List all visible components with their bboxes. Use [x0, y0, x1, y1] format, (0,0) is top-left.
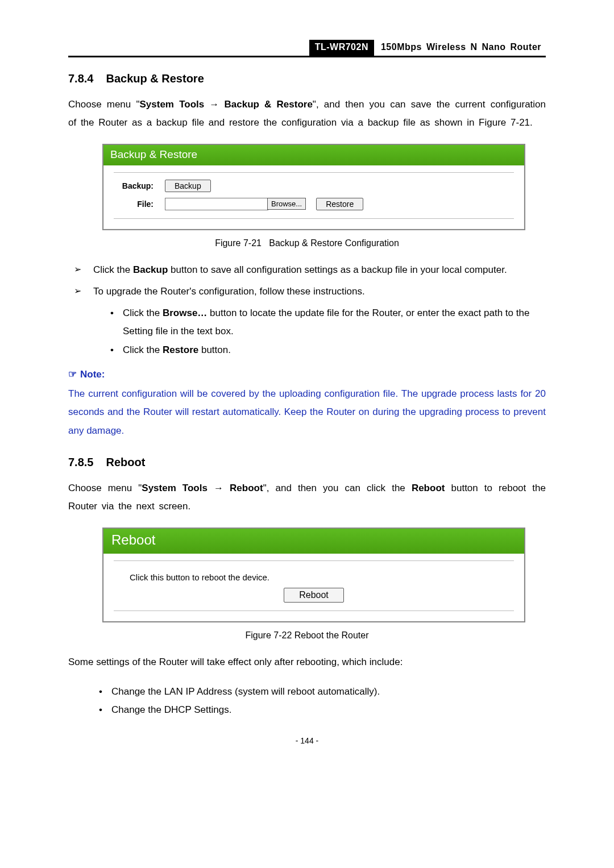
model-badge: TL-WR702N	[309, 40, 374, 56]
page-container: TL-WR702N 150Mbps Wireless N Nano Router…	[0, 0, 614, 774]
product-name: 150Mbps Wireless N Nano Router	[374, 40, 546, 56]
list-item: Change the LAN IP Address (system will r…	[99, 683, 546, 701]
panel-title-reboot: Reboot	[103, 529, 524, 554]
page-header: TL-WR702N 150Mbps Wireless N Nano Router	[68, 40, 546, 57]
section-number: 7.8.4	[68, 72, 93, 85]
figure-7-22-caption: Figure 7-22 Reboot the Router	[68, 630, 546, 641]
reboot-hint: Click this button to reboot the device.	[130, 572, 514, 582]
file-path-input[interactable]	[165, 198, 268, 210]
backup-button[interactable]: Backup	[165, 180, 211, 192]
restore-button[interactable]: Restore	[316, 198, 363, 210]
section-number: 7.8.5	[68, 456, 93, 468]
backup-row: Backup: Backup	[114, 180, 514, 192]
intro-paragraph-reboot: Choose menu "System Tools → Reboot", and…	[68, 479, 546, 516]
list-item: Click the Restore button.	[110, 341, 546, 359]
figure-7-21-caption: Figure 7-21 Backup & Restore Configurati…	[68, 238, 546, 248]
section-title-reboot: 7.8.5Reboot	[68, 456, 546, 469]
sub-instruction-list: Click the Browse… button to locate the u…	[93, 304, 546, 359]
after-reboot-intro: Some settings of the Router will take ef…	[68, 653, 546, 671]
note-heading: ☞Note:	[68, 368, 546, 380]
list-item: Click the Browse… button to locate the u…	[110, 304, 546, 341]
section-heading-text: Reboot	[106, 456, 145, 468]
section-title-backup-restore: 7.8.4Backup & Restore	[68, 72, 546, 85]
figure-7-21-screenshot: Backup & Restore Backup: Backup File: Br…	[102, 144, 525, 230]
file-row: File: Browse... Restore	[114, 198, 514, 210]
intro-paragraph-backup: Choose menu "System Tools → Backup & Res…	[68, 95, 546, 132]
instruction-list: Click the Backup button to save all conf…	[68, 261, 546, 359]
list-item: To upgrade the Router's configuration, f…	[74, 283, 546, 359]
reboot-effect-list: Change the LAN IP Address (system will r…	[68, 683, 546, 720]
browse-button[interactable]: Browse...	[267, 198, 306, 210]
section-heading-text: Backup & Restore	[106, 72, 204, 85]
reboot-button[interactable]: Reboot	[284, 588, 344, 603]
list-item: Change the DHCP Settings.	[99, 701, 546, 719]
panel-title-backup-restore: Backup & Restore	[103, 145, 524, 165]
note-body: The current configuration will be covere…	[68, 385, 546, 440]
figure-7-22-screenshot: Reboot Click this button to reboot the d…	[102, 528, 525, 622]
list-item: Click the Backup button to save all conf…	[74, 261, 546, 279]
pointing-hand-icon: ☞	[68, 369, 77, 380]
backup-label: Backup:	[114, 181, 154, 190]
page-number: - 144 -	[68, 736, 546, 745]
file-label: File:	[114, 200, 154, 209]
